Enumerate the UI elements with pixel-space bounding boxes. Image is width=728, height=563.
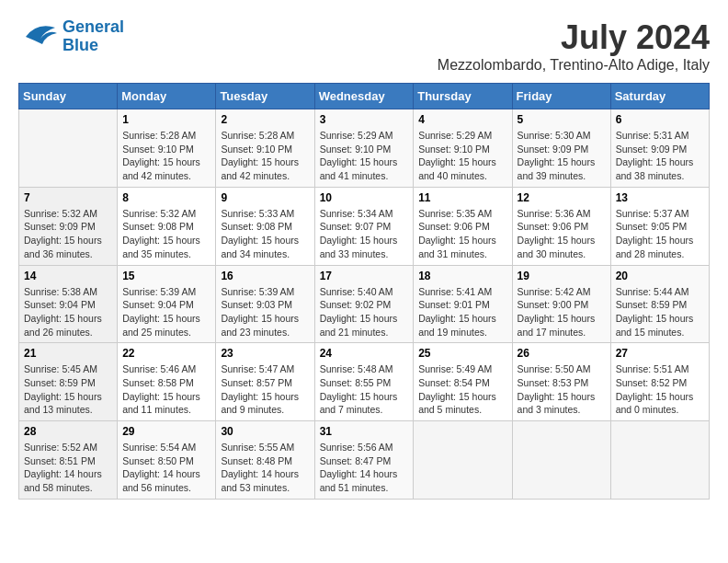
day-info: Sunrise: 5:32 AM Sunset: 9:08 PM Dayligh…	[122, 207, 210, 261]
day-info: Sunrise: 5:54 AM Sunset: 8:50 PM Dayligh…	[122, 441, 210, 495]
calendar-cell: 12Sunrise: 5:36 AM Sunset: 9:06 PM Dayli…	[512, 187, 610, 265]
day-info: Sunrise: 5:44 AM Sunset: 8:59 PM Dayligh…	[616, 285, 704, 339]
calendar-cell: 28Sunrise: 5:52 AM Sunset: 8:51 PM Dayli…	[19, 421, 118, 500]
day-info: Sunrise: 5:37 AM Sunset: 9:05 PM Dayligh…	[616, 207, 704, 261]
calendar-week-row: 1Sunrise: 5:28 AM Sunset: 9:10 PM Daylig…	[19, 109, 710, 188]
calendar-cell: 3Sunrise: 5:29 AM Sunset: 9:10 PM Daylig…	[314, 109, 414, 188]
title-block: July 2024 Mezzolombardo, Trentino-Alto A…	[438, 18, 710, 74]
calendar-cell	[610, 421, 709, 500]
calendar-week-row: 7Sunrise: 5:32 AM Sunset: 9:09 PM Daylig…	[19, 187, 710, 265]
day-number: 24	[320, 347, 409, 360]
calendar-cell: 30Sunrise: 5:55 AM Sunset: 8:48 PM Dayli…	[216, 421, 314, 500]
calendar-day-header: Friday	[512, 84, 610, 109]
calendar-cell: 19Sunrise: 5:42 AM Sunset: 9:00 PM Dayli…	[512, 265, 610, 343]
day-number: 5	[518, 113, 606, 126]
calendar-cell: 31Sunrise: 5:56 AM Sunset: 8:47 PM Dayli…	[314, 421, 414, 500]
logo-line1: General	[63, 18, 124, 37]
calendar-day-header: Monday	[118, 84, 216, 109]
day-info: Sunrise: 5:30 AM Sunset: 9:09 PM Dayligh…	[518, 129, 606, 183]
day-info: Sunrise: 5:48 AM Sunset: 8:55 PM Dayligh…	[320, 362, 409, 417]
day-number: 19	[518, 270, 606, 282]
day-info: Sunrise: 5:31 AM Sunset: 9:09 PM Dayligh…	[616, 129, 704, 183]
day-info: Sunrise: 5:56 AM Sunset: 8:47 PM Dayligh…	[320, 441, 409, 495]
day-number: 15	[122, 270, 210, 282]
day-number: 22	[122, 347, 210, 360]
calendar-header-row: SundayMondayTuesdayWednesdayThursdayFrid…	[19, 84, 710, 109]
calendar-cell: 22Sunrise: 5:46 AM Sunset: 8:58 PM Dayli…	[118, 343, 216, 421]
day-info: Sunrise: 5:34 AM Sunset: 9:07 PM Dayligh…	[320, 207, 409, 261]
calendar-cell: 10Sunrise: 5:34 AM Sunset: 9:07 PM Dayli…	[314, 187, 414, 265]
day-number: 16	[221, 270, 309, 282]
day-number: 6	[616, 113, 704, 126]
day-info: Sunrise: 5:49 AM Sunset: 8:54 PM Dayligh…	[418, 362, 506, 417]
day-info: Sunrise: 5:42 AM Sunset: 9:00 PM Dayligh…	[518, 285, 606, 339]
calendar-day-header: Tuesday	[216, 84, 314, 109]
day-number: 30	[221, 425, 309, 438]
day-info: Sunrise: 5:39 AM Sunset: 9:03 PM Dayligh…	[221, 285, 309, 339]
calendar-day-header: Wednesday	[314, 84, 414, 109]
calendar-cell: 8Sunrise: 5:32 AM Sunset: 9:08 PM Daylig…	[118, 187, 216, 265]
calendar-cell: 21Sunrise: 5:45 AM Sunset: 8:59 PM Dayli…	[19, 343, 118, 421]
day-number: 23	[221, 347, 309, 360]
calendar-cell: 4Sunrise: 5:29 AM Sunset: 9:10 PM Daylig…	[414, 109, 512, 188]
day-number: 12	[518, 191, 606, 204]
calendar-cell: 25Sunrise: 5:49 AM Sunset: 8:54 PM Dayli…	[414, 343, 512, 421]
calendar-day-header: Sunday	[19, 84, 118, 109]
calendar-cell	[19, 109, 118, 188]
calendar-cell: 20Sunrise: 5:44 AM Sunset: 8:59 PM Dayli…	[610, 265, 709, 343]
day-number: 13	[616, 191, 704, 204]
day-number: 14	[24, 270, 112, 282]
day-number: 20	[616, 270, 704, 282]
day-number: 31	[320, 425, 409, 438]
day-number: 10	[320, 191, 409, 204]
day-info: Sunrise: 5:55 AM Sunset: 8:48 PM Dayligh…	[221, 441, 309, 495]
day-number: 4	[418, 113, 506, 126]
calendar-cell: 6Sunrise: 5:31 AM Sunset: 9:09 PM Daylig…	[610, 109, 709, 188]
calendar-cell: 9Sunrise: 5:33 AM Sunset: 9:08 PM Daylig…	[216, 187, 314, 265]
day-info: Sunrise: 5:38 AM Sunset: 9:04 PM Dayligh…	[24, 285, 112, 339]
day-number: 11	[418, 191, 506, 204]
day-info: Sunrise: 5:29 AM Sunset: 9:10 PM Dayligh…	[320, 129, 409, 183]
day-number: 29	[122, 425, 210, 438]
day-number: 21	[24, 347, 112, 360]
day-number: 26	[518, 347, 606, 360]
day-info: Sunrise: 5:35 AM Sunset: 9:06 PM Dayligh…	[418, 207, 506, 261]
day-info: Sunrise: 5:51 AM Sunset: 8:52 PM Dayligh…	[616, 362, 704, 417]
calendar-cell: 18Sunrise: 5:41 AM Sunset: 9:01 PM Dayli…	[414, 265, 512, 343]
calendar-cell	[512, 421, 610, 500]
calendar-cell	[414, 421, 512, 500]
calendar-cell: 2Sunrise: 5:28 AM Sunset: 9:10 PM Daylig…	[216, 109, 314, 188]
calendar-cell: 16Sunrise: 5:39 AM Sunset: 9:03 PM Dayli…	[216, 265, 314, 343]
calendar-cell: 7Sunrise: 5:32 AM Sunset: 9:09 PM Daylig…	[19, 187, 118, 265]
day-info: Sunrise: 5:52 AM Sunset: 8:51 PM Dayligh…	[24, 441, 112, 495]
calendar-week-row: 28Sunrise: 5:52 AM Sunset: 8:51 PM Dayli…	[19, 421, 710, 500]
calendar-cell: 26Sunrise: 5:50 AM Sunset: 8:53 PM Dayli…	[512, 343, 610, 421]
day-info: Sunrise: 5:28 AM Sunset: 9:10 PM Dayligh…	[122, 129, 210, 183]
calendar-cell: 1Sunrise: 5:28 AM Sunset: 9:10 PM Daylig…	[118, 109, 216, 188]
calendar-cell: 15Sunrise: 5:39 AM Sunset: 9:04 PM Dayli…	[118, 265, 216, 343]
calendar-cell: 13Sunrise: 5:37 AM Sunset: 9:05 PM Dayli…	[610, 187, 709, 265]
day-number: 28	[24, 425, 112, 438]
location-subtitle: Mezzolombardo, Trentino-Alto Adige, Ital…	[438, 57, 710, 74]
page-header: General Blue July 2024 Mezzolombardo, Tr…	[18, 18, 710, 74]
logo: General Blue	[18, 18, 124, 55]
calendar-cell: 24Sunrise: 5:48 AM Sunset: 8:55 PM Dayli…	[314, 343, 414, 421]
calendar-cell: 14Sunrise: 5:38 AM Sunset: 9:04 PM Dayli…	[19, 265, 118, 343]
day-number: 1	[122, 113, 210, 126]
day-number: 8	[122, 191, 210, 204]
day-number: 3	[320, 113, 409, 126]
day-info: Sunrise: 5:39 AM Sunset: 9:04 PM Dayligh…	[122, 285, 210, 339]
calendar-week-row: 14Sunrise: 5:38 AM Sunset: 9:04 PM Dayli…	[19, 265, 710, 343]
day-number: 9	[221, 191, 309, 204]
calendar-cell: 11Sunrise: 5:35 AM Sunset: 9:06 PM Dayli…	[414, 187, 512, 265]
day-info: Sunrise: 5:28 AM Sunset: 9:10 PM Dayligh…	[221, 129, 309, 183]
day-number: 7	[24, 191, 112, 204]
day-info: Sunrise: 5:50 AM Sunset: 8:53 PM Dayligh…	[518, 362, 606, 417]
day-info: Sunrise: 5:45 AM Sunset: 8:59 PM Dayligh…	[24, 362, 112, 417]
day-info: Sunrise: 5:32 AM Sunset: 9:09 PM Dayligh…	[24, 207, 112, 261]
day-info: Sunrise: 5:40 AM Sunset: 9:02 PM Dayligh…	[320, 285, 409, 339]
calendar-cell: 17Sunrise: 5:40 AM Sunset: 9:02 PM Dayli…	[314, 265, 414, 343]
day-info: Sunrise: 5:36 AM Sunset: 9:06 PM Dayligh…	[518, 207, 606, 261]
day-number: 18	[418, 270, 506, 282]
calendar-day-header: Saturday	[610, 84, 709, 109]
